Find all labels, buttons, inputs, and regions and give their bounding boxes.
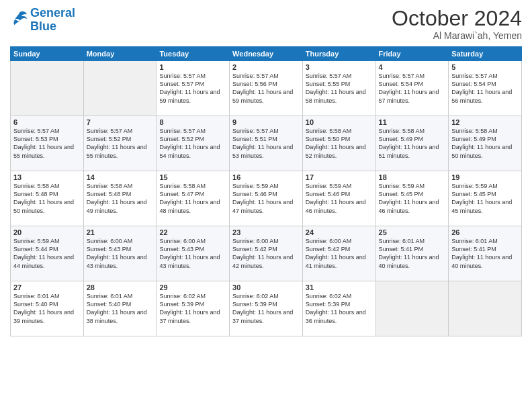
day-cell: 9 Sunrise: 5:57 AMSunset: 5:51 PMDayligh… bbox=[230, 116, 303, 171]
day-info: Sunrise: 6:01 AMSunset: 5:40 PMDaylight:… bbox=[87, 292, 154, 325]
day-number: 27 bbox=[13, 283, 81, 291]
day-number: 10 bbox=[306, 118, 373, 126]
day-cell: 29 Sunrise: 6:02 AMSunset: 5:39 PMDaylig… bbox=[157, 281, 230, 336]
day-number: 30 bbox=[232, 283, 300, 291]
day-cell: 5 Sunrise: 5:57 AMSunset: 5:54 PMDayligh… bbox=[449, 61, 522, 116]
week-row-4: 20 Sunrise: 5:59 AMSunset: 5:44 PMDaylig… bbox=[11, 226, 522, 281]
day-cell: 18 Sunrise: 5:59 AMSunset: 5:45 PMDaylig… bbox=[375, 171, 449, 226]
day-number: 19 bbox=[451, 173, 519, 181]
day-number: 4 bbox=[379, 63, 446, 71]
day-number: 5 bbox=[451, 63, 519, 71]
header-row: Sunday Monday Tuesday Wednesday Thursday… bbox=[11, 47, 522, 61]
day-info: Sunrise: 6:00 AMSunset: 5:43 PMDaylight:… bbox=[159, 237, 226, 270]
day-info: Sunrise: 6:01 AMSunset: 5:41 PMDaylight:… bbox=[451, 237, 519, 270]
day-number: 2 bbox=[232, 63, 300, 71]
day-info: Sunrise: 5:58 AMSunset: 5:49 PMDaylight:… bbox=[379, 127, 446, 160]
day-cell: 17 Sunrise: 5:59 AMSunset: 5:46 PMDaylig… bbox=[302, 171, 375, 226]
day-info: Sunrise: 5:57 AMSunset: 5:54 PMDaylight:… bbox=[379, 72, 446, 105]
day-cell: 15 Sunrise: 5:58 AMSunset: 5:47 PMDaylig… bbox=[157, 171, 230, 226]
day-cell: 2 Sunrise: 5:57 AMSunset: 5:56 PMDayligh… bbox=[230, 61, 303, 116]
logo-text-line1: General bbox=[30, 7, 75, 20]
day-number: 12 bbox=[451, 118, 519, 126]
day-cell: 21 Sunrise: 6:00 AMSunset: 5:43 PMDaylig… bbox=[83, 226, 157, 281]
day-cell: 6 Sunrise: 5:57 AMSunset: 5:53 PMDayligh… bbox=[11, 116, 84, 171]
week-row-3: 13 Sunrise: 5:58 AMSunset: 5:48 PMDaylig… bbox=[11, 171, 522, 226]
page: General Blue October 2024 Al Marawi`ah, … bbox=[0, 0, 532, 411]
day-info: Sunrise: 5:58 AMSunset: 5:48 PMDaylight:… bbox=[87, 182, 154, 215]
month-title: October 2024 bbox=[392, 7, 522, 30]
day-number: 29 bbox=[159, 283, 226, 291]
day-cell bbox=[83, 61, 157, 116]
day-cell: 10 Sunrise: 5:58 AMSunset: 5:50 PMDaylig… bbox=[302, 116, 375, 171]
day-number: 9 bbox=[232, 118, 300, 126]
day-cell: 20 Sunrise: 5:59 AMSunset: 5:44 PMDaylig… bbox=[11, 226, 84, 281]
week-row-5: 27 Sunrise: 6:01 AMSunset: 5:40 PMDaylig… bbox=[11, 281, 522, 336]
calendar-table: Sunday Monday Tuesday Wednesday Thursday… bbox=[10, 46, 522, 336]
day-cell: 16 Sunrise: 5:59 AMSunset: 5:46 PMDaylig… bbox=[230, 171, 303, 226]
day-info: Sunrise: 5:59 AMSunset: 5:45 PMDaylight:… bbox=[451, 182, 519, 215]
day-cell bbox=[11, 61, 84, 116]
day-cell: 31 Sunrise: 6:02 AMSunset: 5:39 PMDaylig… bbox=[302, 281, 375, 336]
logo: General Blue bbox=[10, 7, 75, 34]
col-thursday: Thursday bbox=[302, 47, 375, 61]
day-cell: 25 Sunrise: 6:01 AMSunset: 5:41 PMDaylig… bbox=[375, 226, 449, 281]
day-info: Sunrise: 6:02 AMSunset: 5:39 PMDaylight:… bbox=[306, 292, 373, 325]
day-info: Sunrise: 5:57 AMSunset: 5:51 PMDaylight:… bbox=[232, 127, 300, 160]
day-cell: 23 Sunrise: 6:00 AMSunset: 5:42 PMDaylig… bbox=[230, 226, 303, 281]
day-number: 11 bbox=[379, 118, 446, 126]
day-info: Sunrise: 5:58 AMSunset: 5:47 PMDaylight:… bbox=[159, 182, 226, 215]
day-info: Sunrise: 6:00 AMSunset: 5:42 PMDaylight:… bbox=[306, 237, 373, 270]
day-info: Sunrise: 5:57 AMSunset: 5:55 PMDaylight:… bbox=[306, 72, 373, 105]
day-info: Sunrise: 5:59 AMSunset: 5:44 PMDaylight:… bbox=[13, 237, 81, 270]
day-cell: 13 Sunrise: 5:58 AMSunset: 5:48 PMDaylig… bbox=[11, 171, 84, 226]
day-cell: 24 Sunrise: 6:00 AMSunset: 5:42 PMDaylig… bbox=[302, 226, 375, 281]
day-cell: 4 Sunrise: 5:57 AMSunset: 5:54 PMDayligh… bbox=[375, 61, 449, 116]
day-info: Sunrise: 6:01 AMSunset: 5:41 PMDaylight:… bbox=[379, 237, 446, 270]
day-cell: 12 Sunrise: 5:58 AMSunset: 5:49 PMDaylig… bbox=[449, 116, 522, 171]
logo-icon bbox=[10, 9, 29, 28]
day-number: 7 bbox=[87, 118, 154, 126]
day-info: Sunrise: 6:02 AMSunset: 5:39 PMDaylight:… bbox=[232, 292, 300, 325]
day-info: Sunrise: 5:57 AMSunset: 5:52 PMDaylight:… bbox=[87, 127, 154, 160]
day-cell: 28 Sunrise: 6:01 AMSunset: 5:40 PMDaylig… bbox=[83, 281, 157, 336]
day-info: Sunrise: 5:59 AMSunset: 5:45 PMDaylight:… bbox=[379, 182, 446, 215]
day-cell: 8 Sunrise: 5:57 AMSunset: 5:52 PMDayligh… bbox=[157, 116, 230, 171]
day-number: 31 bbox=[306, 283, 373, 291]
day-cell: 3 Sunrise: 5:57 AMSunset: 5:55 PMDayligh… bbox=[302, 61, 375, 116]
day-number: 17 bbox=[306, 173, 373, 181]
day-number: 18 bbox=[379, 173, 446, 181]
col-monday: Monday bbox=[83, 47, 157, 61]
day-number: 6 bbox=[13, 118, 81, 126]
col-sunday: Sunday bbox=[11, 47, 84, 61]
col-friday: Friday bbox=[375, 47, 449, 61]
week-row-1: 1 Sunrise: 5:57 AMSunset: 5:57 PMDayligh… bbox=[11, 61, 522, 116]
day-info: Sunrise: 6:01 AMSunset: 5:40 PMDaylight:… bbox=[13, 292, 81, 325]
day-cell: 7 Sunrise: 5:57 AMSunset: 5:52 PMDayligh… bbox=[83, 116, 157, 171]
day-info: Sunrise: 5:57 AMSunset: 5:57 PMDaylight:… bbox=[159, 72, 226, 105]
day-number: 16 bbox=[232, 173, 300, 181]
day-number: 28 bbox=[87, 283, 154, 291]
day-cell: 14 Sunrise: 5:58 AMSunset: 5:48 PMDaylig… bbox=[83, 171, 157, 226]
subtitle: Al Marawi`ah, Yemen bbox=[392, 30, 522, 41]
day-info: Sunrise: 5:58 AMSunset: 5:49 PMDaylight:… bbox=[451, 127, 519, 160]
day-cell: 19 Sunrise: 5:59 AMSunset: 5:45 PMDaylig… bbox=[449, 171, 522, 226]
day-number: 25 bbox=[379, 228, 446, 236]
day-cell: 1 Sunrise: 5:57 AMSunset: 5:57 PMDayligh… bbox=[157, 61, 230, 116]
day-info: Sunrise: 5:59 AMSunset: 5:46 PMDaylight:… bbox=[232, 182, 300, 215]
logo-text-line2: Blue bbox=[30, 20, 75, 34]
day-info: Sunrise: 5:57 AMSunset: 5:54 PMDaylight:… bbox=[451, 72, 519, 105]
week-row-2: 6 Sunrise: 5:57 AMSunset: 5:53 PMDayligh… bbox=[11, 116, 522, 171]
title-block: October 2024 Al Marawi`ah, Yemen bbox=[392, 7, 522, 41]
day-info: Sunrise: 6:02 AMSunset: 5:39 PMDaylight:… bbox=[159, 292, 226, 325]
day-number: 24 bbox=[306, 228, 373, 236]
day-number: 3 bbox=[306, 63, 373, 71]
day-number: 8 bbox=[159, 118, 226, 126]
day-number: 20 bbox=[13, 228, 81, 236]
col-tuesday: Tuesday bbox=[157, 47, 230, 61]
day-cell: 22 Sunrise: 6:00 AMSunset: 5:43 PMDaylig… bbox=[157, 226, 230, 281]
day-info: Sunrise: 6:00 AMSunset: 5:43 PMDaylight:… bbox=[87, 237, 154, 270]
day-cell: 11 Sunrise: 5:58 AMSunset: 5:49 PMDaylig… bbox=[375, 116, 449, 171]
day-number: 13 bbox=[13, 173, 81, 181]
day-info: Sunrise: 5:59 AMSunset: 5:46 PMDaylight:… bbox=[306, 182, 373, 215]
day-number: 1 bbox=[159, 63, 226, 71]
